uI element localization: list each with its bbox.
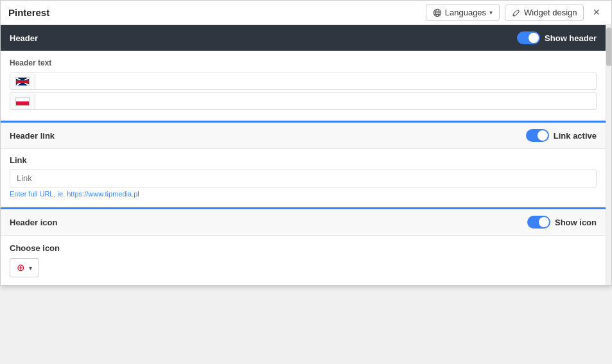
pl-input-row [10,92,597,110]
header-link-section-bar: Header link Link active [1,121,606,149]
main-panel: Header Show header Header text [1,25,606,285]
header-icon-label: Header icon [10,218,57,227]
show-header-label: Show header [545,33,597,43]
uk-flag-icon [15,77,30,86]
choose-icon-section: Choose icon ⊕ ▾ [1,236,606,285]
globe-icon [433,8,442,17]
show-icon-slider [527,216,550,229]
scrollbar-thumb[interactable] [606,28,611,66]
languages-label: Languages [445,8,486,17]
link-field-label: Link [10,155,597,165]
show-icon-toggle-wrap: Show icon [527,216,597,229]
link-hint: Enter full URL, ie. https://www.tipmedia… [10,190,597,198]
show-icon-toggle[interactable] [527,216,550,229]
choose-icon-label: Choose icon [10,243,597,253]
pl-text-input[interactable] [35,93,596,109]
main-window: Pinterest Languages ▾ Widget design [0,0,612,286]
link-active-label: Link active [554,131,597,141]
show-header-toggle-wrap: Show header [517,31,597,44]
window-title: Pinterest [8,7,49,18]
icon-selector-button[interactable]: ⊕ ▾ [10,258,39,277]
content-area: Header Show header Header text [1,25,611,285]
paint-icon [512,8,521,17]
uk-input-row [10,73,597,90]
uk-flag-cell [10,74,35,89]
link-active-toggle-wrap: Link active [526,129,597,142]
show-icon-label: Show icon [555,218,597,227]
svg-point-5 [513,14,515,16]
uk-text-input[interactable] [35,73,596,89]
link-active-toggle[interactable] [526,129,549,142]
link-active-slider [526,129,549,142]
header-section-bar: Header Show header [1,25,606,51]
title-bar-actions: Languages ▾ Widget design × [426,4,604,21]
pl-flag-icon [15,97,30,106]
pinterest-symbol: ⊕ [17,262,25,273]
scrollbar[interactable] [606,25,611,285]
header-text-label: Header text [10,58,597,67]
header-icon-section-bar: Header icon Show icon [1,207,606,236]
link-field-section: Link Enter full URL, ie. https://www.tip… [1,149,606,207]
pl-flag-cell [10,94,35,109]
widget-design-button[interactable]: Widget design [505,4,584,21]
widget-design-label: Widget design [524,8,577,17]
close-button[interactable]: × [589,4,604,21]
link-input[interactable] [10,169,597,187]
title-bar: Pinterest Languages ▾ Widget design [1,1,611,25]
header-link-label: Header link [10,131,55,141]
toggle-slider [517,31,540,44]
icon-selector-chevron: ▾ [29,264,32,272]
languages-chevron: ▾ [489,9,493,16]
header-section-label: Header [10,33,38,43]
header-text-section: Header text [1,51,606,121]
show-header-toggle[interactable] [517,31,540,44]
languages-button[interactable]: Languages ▾ [426,4,500,21]
